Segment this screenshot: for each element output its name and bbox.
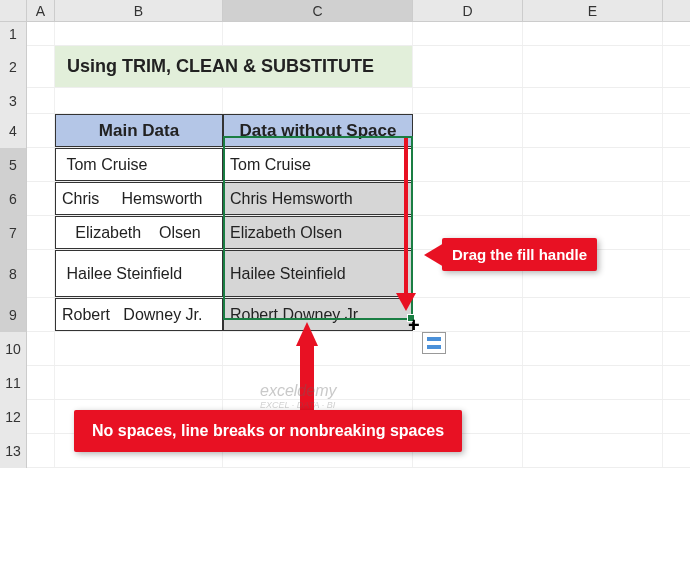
row-11: 11 bbox=[0, 366, 690, 400]
row-header-6[interactable]: 6 bbox=[0, 182, 27, 216]
callout-result: No spaces, line breaks or nonbreaking sp… bbox=[74, 410, 462, 452]
header-main-data[interactable]: Main Data bbox=[55, 114, 223, 147]
cell-a7[interactable] bbox=[27, 216, 55, 249]
row-10: 10 bbox=[0, 332, 690, 366]
row-header-2[interactable]: 2 bbox=[0, 46, 27, 88]
cell-a1[interactable] bbox=[27, 22, 55, 45]
cell-d6[interactable] bbox=[413, 182, 523, 215]
cell-e11[interactable] bbox=[523, 366, 663, 399]
cell-c5[interactable]: Tom Cruise bbox=[223, 148, 413, 181]
cell-d4[interactable] bbox=[413, 114, 523, 147]
cell-b5[interactable]: Tom Cruise bbox=[55, 148, 223, 181]
cell-a10[interactable] bbox=[27, 332, 55, 365]
cell-d1[interactable] bbox=[413, 22, 523, 45]
row-header-1[interactable]: 1 bbox=[0, 22, 27, 46]
cell-c9[interactable]: Robert Downey Jr. bbox=[223, 298, 413, 331]
row-header-10[interactable]: 10 bbox=[0, 332, 27, 366]
row-header-7[interactable]: 7 bbox=[0, 216, 27, 250]
cell-a5[interactable] bbox=[27, 148, 55, 181]
cell-e2[interactable] bbox=[523, 46, 663, 87]
row-5: 5 Tom Cruise Tom Cruise bbox=[0, 148, 690, 182]
cell-b11[interactable] bbox=[55, 366, 223, 399]
cell-c7[interactable]: Elizabeth Olsen bbox=[223, 216, 413, 249]
cell-e1[interactable] bbox=[523, 22, 663, 45]
row-4: 4 Main Data Data without Space bbox=[0, 114, 690, 148]
cell-c3[interactable] bbox=[223, 88, 413, 113]
col-header-d[interactable]: D bbox=[413, 0, 523, 21]
callout-drag-fill: Drag the fill handle bbox=[442, 238, 597, 271]
row-header-8[interactable]: 8 bbox=[0, 250, 27, 298]
cell-a8[interactable] bbox=[27, 250, 55, 297]
cell-b7[interactable]: Elizabeth Olsen bbox=[55, 216, 223, 249]
cell-e12[interactable] bbox=[523, 400, 663, 433]
row-header-11[interactable]: 11 bbox=[0, 366, 27, 400]
cell-e4[interactable] bbox=[523, 114, 663, 147]
cell-c8[interactable]: Hailee Steinfield bbox=[223, 250, 413, 297]
cell-e6[interactable] bbox=[523, 182, 663, 215]
col-header-a[interactable]: A bbox=[27, 0, 55, 21]
cell-a11[interactable] bbox=[27, 366, 55, 399]
cell-d3[interactable] bbox=[413, 88, 523, 113]
cell-d9[interactable] bbox=[413, 298, 523, 331]
row-3: 3 bbox=[0, 88, 690, 114]
row-header-12[interactable]: 12 bbox=[0, 400, 27, 434]
cell-e3[interactable] bbox=[523, 88, 663, 113]
cell-a6[interactable] bbox=[27, 182, 55, 215]
row-header-3[interactable]: 3 bbox=[0, 88, 27, 114]
cell-d5[interactable] bbox=[413, 148, 523, 181]
cell-e13[interactable] bbox=[523, 434, 663, 467]
cell-d11[interactable] bbox=[413, 366, 523, 399]
header-result[interactable]: Data without Space bbox=[223, 114, 413, 147]
autofill-options-button[interactable] bbox=[422, 332, 446, 354]
cell-a4[interactable] bbox=[27, 114, 55, 147]
row-6: 6 Chris Hemsworth Chris Hemsworth bbox=[0, 182, 690, 216]
spreadsheet: A B C D E 1 2 Using TRIM, CLEAN & SUBSTI… bbox=[0, 0, 690, 576]
pointer-up-annotation bbox=[296, 322, 318, 412]
col-header-b[interactable]: B bbox=[55, 0, 223, 21]
col-header-e[interactable]: E bbox=[523, 0, 663, 21]
cell-b6[interactable]: Chris Hemsworth bbox=[55, 182, 223, 215]
row-header-9[interactable]: 9 bbox=[0, 298, 27, 332]
cell-a12[interactable] bbox=[27, 400, 55, 433]
cell-c6[interactable]: Chris Hemsworth bbox=[223, 182, 413, 215]
cell-e5[interactable] bbox=[523, 148, 663, 181]
cell-c11[interactable] bbox=[223, 366, 413, 399]
cell-a2[interactable] bbox=[27, 46, 55, 87]
title-cell[interactable]: Using TRIM, CLEAN & SUBSTITUTE bbox=[55, 46, 413, 87]
cell-c10[interactable] bbox=[223, 332, 413, 365]
cell-b8[interactable]: Hailee Steinfield bbox=[55, 250, 223, 297]
cell-a3[interactable] bbox=[27, 88, 55, 113]
row-9: 9 Robert Downey Jr. Robert Downey Jr. bbox=[0, 298, 690, 332]
row-1: 1 bbox=[0, 22, 690, 46]
cell-b1[interactable] bbox=[55, 22, 223, 45]
cell-b3[interactable] bbox=[55, 88, 223, 113]
row-2: 2 Using TRIM, CLEAN & SUBSTITUTE bbox=[0, 46, 690, 88]
col-header-c[interactable]: C bbox=[223, 0, 413, 21]
row-header-13[interactable]: 13 bbox=[0, 434, 27, 468]
cell-a13[interactable] bbox=[27, 434, 55, 467]
column-headers: A B C D E bbox=[0, 0, 690, 22]
cell-e10[interactable] bbox=[523, 332, 663, 365]
cell-a9[interactable] bbox=[27, 298, 55, 331]
cell-d2[interactable] bbox=[413, 46, 523, 87]
cell-c1[interactable] bbox=[223, 22, 413, 45]
row-header-5[interactable]: 5 bbox=[0, 148, 27, 182]
cell-b9[interactable]: Robert Downey Jr. bbox=[55, 298, 223, 331]
cell-b10[interactable] bbox=[55, 332, 223, 365]
select-all-corner[interactable] bbox=[0, 0, 27, 21]
row-header-4[interactable]: 4 bbox=[0, 114, 27, 148]
cell-e9[interactable] bbox=[523, 298, 663, 331]
